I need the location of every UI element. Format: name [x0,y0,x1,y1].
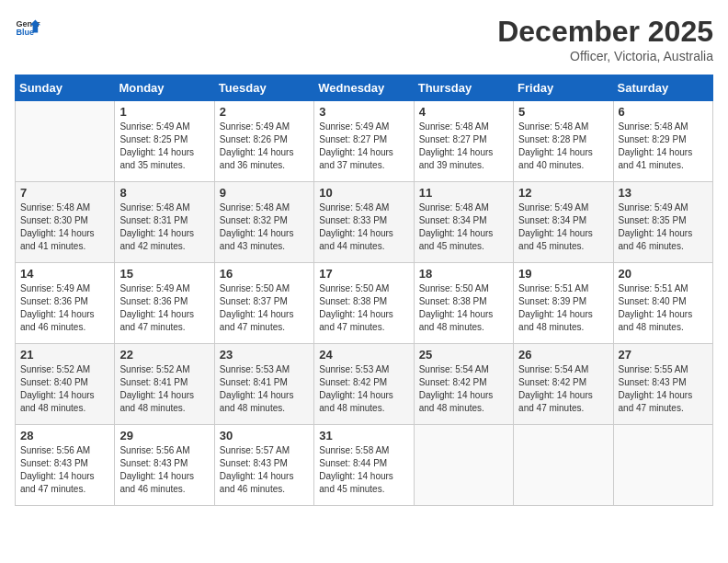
calendar-cell: 13Sunrise: 5:49 AM Sunset: 8:35 PM Dayli… [613,182,712,263]
day-number: 1 [119,105,209,119]
calendar-cell: 30Sunrise: 5:57 AM Sunset: 8:43 PM Dayli… [214,425,313,506]
day-number: 10 [319,186,408,200]
day-number: 17 [319,267,408,281]
day-info: Sunrise: 5:49 AM Sunset: 8:34 PM Dayligh… [518,201,608,253]
day-info: Sunrise: 5:48 AM Sunset: 8:34 PM Dayligh… [419,201,508,253]
day-info: Sunrise: 5:48 AM Sunset: 8:32 PM Dayligh… [220,201,309,253]
calendar-cell: 31Sunrise: 5:58 AM Sunset: 8:44 PM Dayli… [314,425,414,506]
day-number: 28 [20,429,109,442]
day-info: Sunrise: 5:49 AM Sunset: 8:36 PM Dayligh… [20,282,109,334]
day-number: 18 [419,267,508,281]
week-row-2: 7Sunrise: 5:48 AM Sunset: 8:30 PM Daylig… [16,182,713,263]
calendar-cell: 20Sunrise: 5:51 AM Sunset: 8:40 PM Dayli… [613,263,712,344]
calendar-cell: 15Sunrise: 5:49 AM Sunset: 8:36 PM Dayli… [115,263,214,344]
day-info: Sunrise: 5:49 AM Sunset: 8:27 PM Dayligh… [319,121,408,172]
calendar-cell: 5Sunrise: 5:48 AM Sunset: 8:28 PM Daylig… [514,101,613,182]
svg-text:Blue: Blue [16,28,34,37]
day-number: 25 [419,348,508,362]
day-number: 24 [319,348,408,362]
calendar-cell: 26Sunrise: 5:54 AM Sunset: 8:42 PM Dayli… [514,344,613,425]
calendar-cell [613,425,712,506]
page-header: General Blue December 2025 Officer, Vict… [15,15,713,63]
calendar-cell: 25Sunrise: 5:54 AM Sunset: 8:42 PM Dayli… [414,344,513,425]
day-info: Sunrise: 5:53 AM Sunset: 8:41 PM Dayligh… [220,363,309,415]
col-header-monday: Monday [115,75,214,101]
calendar-cell: 17Sunrise: 5:50 AM Sunset: 8:38 PM Dayli… [314,263,414,344]
calendar-cell: 6Sunrise: 5:48 AM Sunset: 8:29 PM Daylig… [613,101,712,182]
calendar-cell: 28Sunrise: 5:56 AM Sunset: 8:43 PM Dayli… [16,425,115,506]
logo-icon: General Blue [15,15,40,40]
logo: General Blue [15,15,40,40]
day-number: 22 [119,348,209,362]
day-info: Sunrise: 5:50 AM Sunset: 8:37 PM Dayligh… [220,282,309,334]
header-row: SundayMondayTuesdayWednesdayThursdayFrid… [16,75,713,101]
day-number: 31 [319,429,408,442]
calendar-cell: 21Sunrise: 5:52 AM Sunset: 8:40 PM Dayli… [16,344,115,425]
day-number: 21 [20,348,109,362]
week-row-1: 1Sunrise: 5:49 AM Sunset: 8:25 PM Daylig… [16,101,713,182]
calendar-cell: 24Sunrise: 5:53 AM Sunset: 8:42 PM Dayli… [314,344,414,425]
day-info: Sunrise: 5:50 AM Sunset: 8:38 PM Dayligh… [419,282,508,334]
day-info: Sunrise: 5:48 AM Sunset: 8:31 PM Dayligh… [119,201,209,253]
day-info: Sunrise: 5:54 AM Sunset: 8:42 PM Dayligh… [419,363,508,415]
day-number: 29 [119,429,209,442]
month-title: December 2025 [497,15,713,49]
col-header-wednesday: Wednesday [314,75,414,101]
calendar-cell: 18Sunrise: 5:50 AM Sunset: 8:38 PM Dayli… [414,263,513,344]
calendar-cell: 11Sunrise: 5:48 AM Sunset: 8:34 PM Dayli… [414,182,513,263]
day-info: Sunrise: 5:49 AM Sunset: 8:26 PM Dayligh… [220,121,309,172]
day-number: 27 [619,348,708,362]
col-header-tuesday: Tuesday [214,75,313,101]
calendar-cell: 12Sunrise: 5:49 AM Sunset: 8:34 PM Dayli… [514,182,613,263]
calendar-cell: 1Sunrise: 5:49 AM Sunset: 8:25 PM Daylig… [115,101,214,182]
calendar-cell: 9Sunrise: 5:48 AM Sunset: 8:32 PM Daylig… [214,182,313,263]
calendar-cell: 22Sunrise: 5:52 AM Sunset: 8:41 PM Dayli… [115,344,214,425]
col-header-friday: Friday [514,75,613,101]
week-row-5: 28Sunrise: 5:56 AM Sunset: 8:43 PM Dayli… [16,425,713,506]
calendar-cell: 7Sunrise: 5:48 AM Sunset: 8:30 PM Daylig… [16,182,115,263]
day-info: Sunrise: 5:48 AM Sunset: 8:29 PM Dayligh… [619,121,708,172]
day-info: Sunrise: 5:51 AM Sunset: 8:39 PM Dayligh… [518,282,608,334]
calendar-cell: 16Sunrise: 5:50 AM Sunset: 8:37 PM Dayli… [214,263,313,344]
day-number: 11 [419,186,508,200]
week-row-3: 14Sunrise: 5:49 AM Sunset: 8:36 PM Dayli… [16,263,713,344]
col-header-saturday: Saturday [613,75,712,101]
day-number: 7 [20,186,109,200]
day-number: 20 [619,267,708,281]
day-number: 15 [119,267,209,281]
day-number: 12 [518,186,608,200]
location-subtitle: Officer, Victoria, Australia [497,49,713,63]
day-number: 13 [619,186,708,200]
day-number: 30 [220,429,309,442]
day-number: 5 [518,105,608,119]
day-info: Sunrise: 5:48 AM Sunset: 8:30 PM Dayligh… [20,201,109,253]
calendar-cell [514,425,613,506]
day-number: 3 [319,105,408,119]
calendar-cell: 19Sunrise: 5:51 AM Sunset: 8:39 PM Dayli… [514,263,613,344]
calendar-table: SundayMondayTuesdayWednesdayThursdayFrid… [15,75,713,506]
col-header-sunday: Sunday [16,75,115,101]
week-row-4: 21Sunrise: 5:52 AM Sunset: 8:40 PM Dayli… [16,344,713,425]
calendar-cell: 14Sunrise: 5:49 AM Sunset: 8:36 PM Dayli… [16,263,115,344]
day-info: Sunrise: 5:58 AM Sunset: 8:44 PM Dayligh… [319,444,408,496]
day-info: Sunrise: 5:49 AM Sunset: 8:25 PM Dayligh… [119,121,209,172]
calendar-cell: 10Sunrise: 5:48 AM Sunset: 8:33 PM Dayli… [314,182,414,263]
calendar-cell: 23Sunrise: 5:53 AM Sunset: 8:41 PM Dayli… [214,344,313,425]
day-number: 2 [220,105,309,119]
day-number: 26 [518,348,608,362]
day-number: 8 [119,186,209,200]
calendar-cell: 2Sunrise: 5:49 AM Sunset: 8:26 PM Daylig… [214,101,313,182]
day-info: Sunrise: 5:53 AM Sunset: 8:42 PM Dayligh… [319,363,408,415]
day-info: Sunrise: 5:48 AM Sunset: 8:28 PM Dayligh… [518,121,608,172]
calendar-cell: 27Sunrise: 5:55 AM Sunset: 8:43 PM Dayli… [613,344,712,425]
day-info: Sunrise: 5:50 AM Sunset: 8:38 PM Dayligh… [319,282,408,334]
title-block: December 2025 Officer, Victoria, Austral… [497,15,713,63]
day-number: 6 [619,105,708,119]
calendar-cell: 4Sunrise: 5:48 AM Sunset: 8:27 PM Daylig… [414,101,513,182]
day-info: Sunrise: 5:49 AM Sunset: 8:35 PM Dayligh… [619,201,708,253]
calendar-cell: 3Sunrise: 5:49 AM Sunset: 8:27 PM Daylig… [314,101,414,182]
day-number: 16 [220,267,309,281]
day-info: Sunrise: 5:54 AM Sunset: 8:42 PM Dayligh… [518,363,608,415]
day-info: Sunrise: 5:52 AM Sunset: 8:41 PM Dayligh… [119,363,209,415]
day-info: Sunrise: 5:51 AM Sunset: 8:40 PM Dayligh… [619,282,708,334]
